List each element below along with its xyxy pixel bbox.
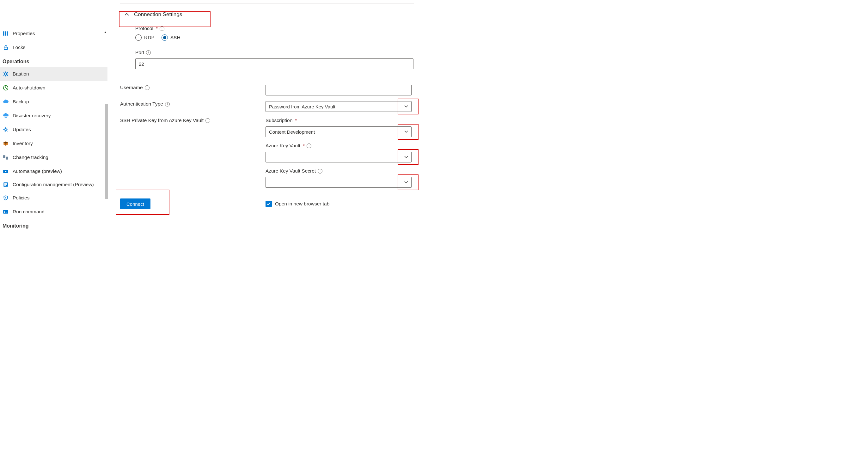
checkbox-checked-icon [266,201,272,207]
svg-rect-11 [4,183,7,184]
azure-key-vault-select[interactable] [266,152,411,162]
sidebar-section-monitoring: Monitoring [0,219,107,231]
main-panel: Connection Settings Protocol * i RDP SSH [107,0,474,231]
svg-point-14 [5,197,6,198]
kv-subscription-row: SSH Private Key from Azure Key Vault i S… [120,118,474,188]
svg-rect-1 [5,31,6,36]
sidebar-item-label: Inventory [13,141,33,146]
gear-icon [3,126,9,133]
sidebar-item-policies[interactable]: Policies [0,191,107,205]
sidebar-item-automanage[interactable]: Automanage (preview) [0,164,107,178]
radio-unchecked-icon [135,34,142,41]
required-asterisk: * [303,143,305,149]
protocol-rdp-radio[interactable]: RDP [135,34,155,41]
sidebar-item-inventory[interactable]: Inventory [0,136,107,151]
sidebar-item-bastion[interactable]: Bastion [0,67,107,81]
connection-settings-expander[interactable]: Connection Settings [109,6,474,23]
subscription-select[interactable]: Content Development [266,126,411,137]
radio-label-text: SSH [170,35,181,40]
auth-type-select[interactable]: Password from Azure Key Vault [266,101,411,112]
sidebar-item-label: Disaster recovery [13,113,51,119]
svg-rect-0 [3,31,4,36]
subscription-label: Subscription [266,118,292,123]
username-label: Username [120,85,143,90]
username-input[interactable] [266,85,411,95]
sidebar-item-run-command[interactable]: Run command [0,205,107,219]
sidebar-item-properties[interactable]: Properties [0,27,107,40]
chevron-up-icon [125,12,129,17]
sidebar: ▲ Properties Locks Operations Bastion [0,0,107,231]
expander-title: Connection Settings [134,11,182,18]
username-row: Username i [120,85,474,95]
info-icon[interactable]: i [206,118,210,123]
protocol-radio-group: RDP SSH [135,34,474,41]
svg-point-9 [5,171,7,172]
svg-rect-7 [6,157,8,160]
lock-icon [3,44,9,51]
port-input[interactable]: 22 [135,59,413,69]
akv-secret-label: Azure Key Vault Secret [266,168,316,174]
sidebar-item-locks[interactable]: Locks [0,40,107,54]
info-icon[interactable]: i [145,85,150,90]
sidebar-item-backup[interactable]: Backup [0,95,107,109]
clock-icon [3,85,9,91]
sidebar-item-label: Backup [13,99,29,105]
auth-type-row: Authentication Type i Password from Azur… [120,101,474,112]
sidebar-item-label: Bastion [13,71,29,77]
change-icon [3,154,9,161]
box-icon [3,140,9,147]
svg-rect-6 [3,155,5,158]
kv-group-label: SSH Private Key from Azure Key Vault [120,118,204,123]
port-label: Port [135,50,144,55]
sidebar-item-label: Policies [13,195,29,201]
connect-button[interactable]: Connect [120,198,151,209]
scroll-up-arrow-icon[interactable]: ▲ [103,30,107,34]
radio-label-text: RDP [144,35,155,40]
svg-rect-3 [4,47,8,49]
sidebar-item-label: Configuration management (Preview) [13,182,94,188]
sidebar-item-disaster-recovery[interactable]: Disaster recovery [0,109,107,123]
select-value: Content Development [269,129,315,135]
sidebar-item-label: Run command [13,209,44,215]
select-value: Password from Azure Key Vault [269,104,335,109]
sidebar-item-label: Auto-shutdown [13,85,45,91]
bottom-row: Connect Open in new browser tab [120,198,474,209]
config-icon [3,182,9,188]
sidebar-item-change-tracking[interactable]: Change tracking [0,151,107,164]
chevron-down-icon [404,105,408,108]
policy-icon [3,195,9,201]
protocol-ssh-radio[interactable]: SSH [161,34,181,41]
auth-type-label: Authentication Type [120,101,163,107]
cloud-backup-icon [3,99,9,105]
open-new-tab-checkbox[interactable]: Open in new browser tab [266,201,329,207]
sidebar-section-operations: Operations [0,54,107,67]
svg-point-5 [5,129,7,131]
chevron-down-icon [404,155,408,159]
akv-label: Azure Key Vault [266,143,300,149]
info-icon[interactable]: i [160,26,164,31]
chevron-down-icon [404,181,408,184]
info-icon[interactable]: i [307,143,311,148]
port-value: 22 [139,61,144,67]
required-asterisk: * [295,118,297,123]
sidebar-item-label: Updates [13,127,31,132]
section-divider [120,77,414,77]
info-icon[interactable]: i [165,102,170,106]
sidebar-item-updates[interactable]: Updates [0,123,107,136]
terminal-icon [3,208,9,215]
chevron-down-icon [404,130,408,134]
info-icon[interactable]: i [318,169,322,173]
automanage-icon [3,168,9,174]
sidebar-item-label: Locks [13,44,26,50]
azure-key-vault-secret-select[interactable] [266,177,411,188]
sidebar-item-label: Automanage (preview) [13,168,62,174]
svg-rect-13 [4,185,6,186]
checkbox-label: Open in new browser tab [275,201,329,207]
svg-rect-12 [4,184,7,185]
sidebar-item-auto-shutdown[interactable]: Auto-shutdown [0,81,107,95]
top-divider [120,3,414,3]
info-icon[interactable]: i [146,50,151,55]
sidebar-item-config-management[interactable]: Configuration management (Preview) [0,178,107,191]
bastion-icon [3,71,9,77]
protocol-label: Protocol [135,26,153,31]
